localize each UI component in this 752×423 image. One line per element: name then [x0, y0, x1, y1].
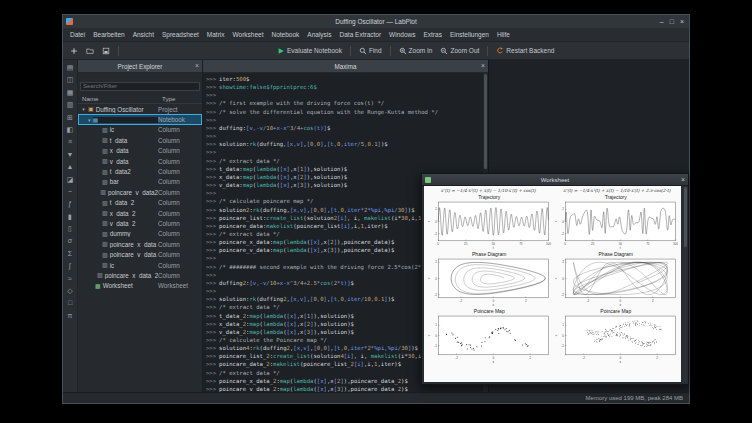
scrollbar-thumb[interactable]: [484, 74, 487, 169]
menu-item-worksheet[interactable]: Worksheet: [229, 28, 268, 41]
minimize-button[interactable]: –: [660, 15, 664, 28]
tree-row-x-data-2[interactable]: ▥x_data_2Column: [78, 208, 202, 218]
new-notebook-icon[interactable]: ≡: [66, 137, 75, 146]
menu-item-einstellungen[interactable]: Einstellungen: [446, 28, 493, 41]
svg-text:v: v: [554, 277, 558, 279]
tree-row-v-data-2[interactable]: ▥v_data_2Column: [78, 218, 202, 228]
restart-backend-button[interactable]: Restart Backend: [493, 46, 557, 56]
equation-curve-icon[interactable]: ƒ: [66, 199, 75, 208]
plot-phase-diagram-1[interactable]: Phase Diagram-202-202vx: [427, 251, 552, 307]
plot-poincare-map-2[interactable]: Poincare Map-202-101vx: [554, 308, 679, 364]
tree-row-poincare-v-data2[interactable]: ▥poincare_v_data2Column: [78, 187, 202, 197]
code-line[interactable]: >>>/* first example with the driving for…: [206, 99, 482, 107]
histogram-icon[interactable]: ▮: [66, 212, 75, 221]
code-line[interactable]: >>>showtime:false$fpprintprec:6$: [206, 83, 482, 91]
tree-row-maxima[interactable]: ▾▦MaximaNotebook: [78, 114, 202, 124]
code-line[interactable]: >>>duffing:[v,-v/10+x-x^3/4+cos(t)]$: [206, 124, 482, 132]
tree-row-duffing-oscillator[interactable]: ▾▣Duffing OscillatorProject: [78, 104, 202, 114]
menu-item-bearbeiten[interactable]: Bearbeiten: [89, 28, 128, 41]
tree-row-poincare-x-data-2[interactable]: ▥poincare_x_data_2Column: [78, 270, 202, 280]
menu-item-windows[interactable]: Windows: [385, 28, 419, 41]
xy-curve-icon[interactable]: ~: [66, 187, 75, 196]
export-data-icon[interactable]: ▲: [66, 162, 75, 171]
tree-row-ic[interactable]: ▥icColumn: [78, 260, 202, 270]
tree-row-v-data[interactable]: ▥v_dataColumn: [78, 156, 202, 166]
smooth-icon[interactable]: ≈: [66, 274, 75, 283]
fourier-icon[interactable]: Σ: [66, 249, 75, 258]
new-folder-icon[interactable]: ◫: [66, 75, 75, 84]
worksheet-titlebar[interactable]: Worksheet ×: [422, 174, 688, 186]
open-project-button[interactable]: [83, 46, 97, 56]
code-line[interactable]: >>>poincare_v_data_2:map(lambda([x],x[3]…: [206, 385, 482, 392]
new-plot-icon[interactable]: ◪: [66, 175, 75, 184]
menu-item-datei[interactable]: Datei: [66, 28, 89, 41]
plot-phase-diagram-2[interactable]: Phase Diagram-202-202vx: [554, 251, 679, 307]
notes-icon[interactable]: □: [66, 298, 75, 307]
plot-poincare-map-1[interactable]: Poincare Map-202-101vx: [427, 308, 552, 364]
new-matrix-icon[interactable]: ⊞: [66, 113, 75, 122]
close-icon[interactable]: ×: [681, 174, 685, 185]
toolbar-separator: [390, 46, 391, 56]
notebook-header[interactable]: Maxima ×: [203, 60, 488, 73]
box-plot-icon[interactable]: ▯: [66, 224, 75, 233]
menu-item-matrix[interactable]: Matrix: [203, 28, 229, 41]
menu-item-extras[interactable]: Extras: [419, 28, 445, 41]
tree-row-ic[interactable]: ▥icColumn: [78, 125, 202, 135]
tree-row-dummy[interactable]: ▥dummyColumn: [78, 229, 202, 239]
save-project-button[interactable]: [99, 46, 113, 56]
svg-text:2: 2: [435, 260, 437, 264]
plot-trajectory-2[interactable]: Trajectory0255075100-202xt: [554, 194, 679, 250]
code-line[interactable]: >>>/* extract data */: [206, 157, 482, 165]
find-button[interactable]: Find: [356, 46, 385, 56]
worksheet-window[interactable]: Worksheet × x″(t) = −1/4·x³(t) + x(t) − …: [421, 173, 689, 385]
menu-item-hilfe[interactable]: Hilfe: [493, 28, 514, 41]
search-input[interactable]: [80, 82, 200, 91]
code-line[interactable]: >>>: [206, 132, 482, 140]
maximize-button[interactable]: □: [670, 15, 674, 28]
fit-curve-icon[interactable]: σ: [66, 236, 75, 245]
integral-icon[interactable]: ∫: [66, 261, 75, 270]
menu-item-analysis[interactable]: Analysis: [303, 28, 335, 41]
code-line[interactable]: >>>solution:rk(duffing,[x,v],[0,0],[t,0,…: [206, 140, 482, 148]
menu-item-data-extractor[interactable]: Data Extractor: [336, 28, 386, 41]
column-header-name[interactable]: Name: [78, 95, 162, 102]
tree-row-t-data-2[interactable]: ▥t_data_2Column: [78, 198, 202, 208]
info-element-icon[interactable]: π: [66, 311, 75, 320]
tree-row-t-data[interactable]: ▥t_dataColumn: [78, 135, 202, 145]
project-explorer-header[interactable]: Project Explorer ×: [78, 60, 202, 73]
project-explorer-icon[interactable]: ▤: [66, 63, 75, 72]
close-button[interactable]: ×: [680, 15, 684, 28]
titlebar[interactable]: Duffing Oscillator — LabPlot – □ ×: [63, 15, 689, 28]
tree-row-poincare-x-data[interactable]: ▥poincare_x_dataColumn: [78, 239, 202, 249]
code-line[interactable]: >>>/* solve the differential equation wi…: [206, 108, 482, 116]
new-workbook-icon[interactable]: ▦: [66, 88, 75, 97]
close-icon[interactable]: ×: [195, 60, 199, 72]
tree-row-worksheet[interactable]: ▩WorksheetWorksheet: [78, 281, 202, 291]
scrollbar-thumb[interactable]: [684, 187, 687, 247]
zoom-in-button[interactable]: Zoom In: [396, 46, 436, 56]
evaluate-notebook-button[interactable]: Evaluate Notebook: [274, 46, 345, 56]
menu-item-notebook[interactable]: Notebook: [268, 28, 304, 41]
column-icon: ▥: [102, 169, 108, 175]
worksheet-scrollbar[interactable]: [683, 186, 687, 382]
zoom-out-button[interactable]: Zoom Out: [437, 46, 482, 56]
code-line[interactable]: >>>: [206, 116, 482, 124]
new-project-button[interactable]: [67, 46, 81, 56]
tree-row-bar[interactable]: ▥barColumn: [78, 177, 202, 187]
new-worksheet-icon[interactable]: ◧: [66, 125, 75, 134]
code-line[interactable]: >>>t_data:map(lambda([x],x[1]),solution)…: [206, 165, 482, 173]
code-line[interactable]: >>>: [206, 148, 482, 156]
tree-row-x-data[interactable]: ▥x_dataColumn: [78, 146, 202, 156]
code-line[interactable]: >>>: [206, 91, 482, 99]
new-spreadsheet-icon[interactable]: ▥: [66, 100, 75, 109]
tree-row-t-data2[interactable]: ▥t_data2Column: [78, 166, 202, 176]
import-data-icon[interactable]: ▼: [66, 150, 75, 159]
datapicker-icon[interactable]: ◇: [66, 286, 75, 295]
tree-row-poincare-v-data[interactable]: ▥poincare_v_dataColumn: [78, 249, 202, 259]
plot-trajectory-1[interactable]: Trajectory0255075100-202xt: [427, 194, 552, 250]
menu-item-ansicht[interactable]: Ansicht: [129, 28, 158, 41]
menu-item-spreadsheet[interactable]: Spreadsheet: [158, 28, 203, 41]
column-header-type[interactable]: Type: [162, 95, 175, 102]
code-line[interactable]: >>>iter:500$: [206, 75, 482, 83]
close-icon[interactable]: ×: [481, 60, 485, 72]
